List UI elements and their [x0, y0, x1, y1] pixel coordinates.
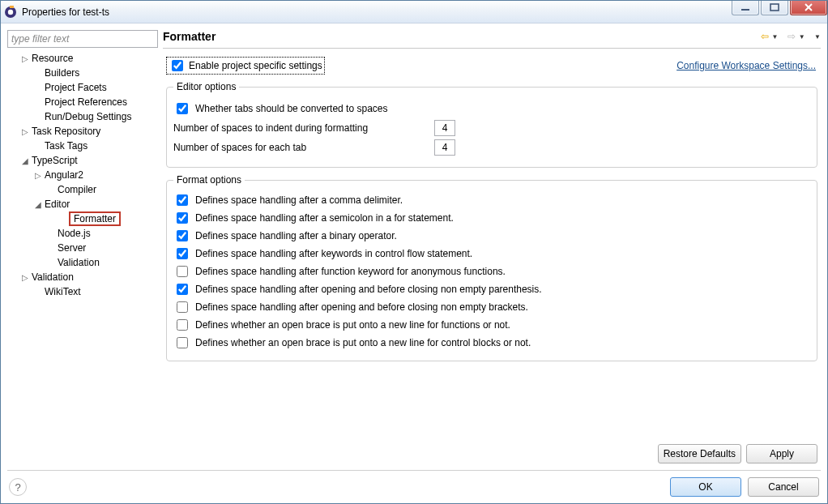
- tree-item-task-repository[interactable]: ▷Task Repository: [7, 124, 158, 139]
- tree-item-editor[interactable]: ◢Editor: [7, 197, 158, 211]
- format-options-group: Format options Defines space handling af…: [166, 174, 817, 361]
- window-buttons: [732, 0, 827, 15]
- chevron-down-icon: ◢: [20, 156, 30, 165]
- editor-options-group: Editor options Whether tabs should be co…: [166, 81, 817, 168]
- forward-icon[interactable]: ⇨: [787, 31, 796, 42]
- indent-label: Number of spaces to indent during format…: [173, 122, 425, 134]
- tab-size-input[interactable]: [434, 139, 455, 156]
- chevron-right-icon: ▷: [33, 171, 43, 180]
- tree-item-run-debug[interactable]: Run/Debug Settings: [7, 109, 158, 124]
- page-title: Formatter: [163, 30, 761, 43]
- tree-item-validation-ts[interactable]: Validation: [7, 255, 158, 270]
- close-button[interactable]: [790, 0, 827, 15]
- indent-input[interactable]: [434, 120, 455, 136]
- maximize-button[interactable]: [761, 0, 788, 15]
- format-opt-function-kw[interactable]: [177, 266, 188, 277]
- format-opt-label: Defines space handling after opening and…: [195, 301, 528, 313]
- svg-rect-2: [10, 6, 14, 8]
- format-opt-semicolon[interactable]: [177, 212, 188, 224]
- enable-label: Enable project specific settings: [189, 60, 322, 71]
- tree-item-builders[interactable]: Builders: [7, 66, 158, 80]
- restore-defaults-button[interactable]: Restore Defaults: [658, 444, 741, 463]
- ok-button[interactable]: OK: [670, 477, 741, 497]
- enable-checkbox[interactable]: [172, 60, 183, 71]
- tree-item-compiler[interactable]: Compiler: [7, 182, 158, 197]
- chevron-right-icon: ▷: [20, 54, 30, 63]
- format-opt-binary-op[interactable]: [177, 230, 188, 241]
- format-opt-brace-fn[interactable]: [177, 319, 188, 331]
- help-icon[interactable]: ?: [9, 478, 27, 496]
- app-icon: [4, 6, 17, 19]
- format-opt-label: Defines space handling after a binary op…: [195, 230, 397, 241]
- format-opt-brackets[interactable]: [177, 301, 188, 313]
- tree-item-typescript[interactable]: ◢TypeScript: [7, 153, 158, 168]
- page-menu-icon[interactable]: ▼: [814, 33, 821, 41]
- main-panel: Formatter ⇦▼ ⇨▼ ▼ Enable project specifi…: [163, 30, 821, 467]
- back-icon[interactable]: ⇦: [761, 31, 769, 42]
- window-title: Properties for test-ts: [22, 6, 109, 18]
- format-opt-label: Defines space handling after a semicolon…: [195, 212, 454, 224]
- format-opt-paren[interactable]: [177, 284, 188, 295]
- filter-input[interactable]: [7, 30, 158, 48]
- titlebar: Properties for test-ts: [1, 1, 827, 23]
- nav-panel: ▷Resource Builders Project Facets Projec…: [7, 30, 158, 467]
- minimize-button[interactable]: [732, 0, 759, 15]
- apply-button[interactable]: Apply: [746, 444, 817, 463]
- format-opt-label: Defines space handling after a comma del…: [195, 194, 403, 206]
- forward-menu-icon[interactable]: ▼: [799, 33, 805, 41]
- chevron-right-icon: ▷: [20, 127, 30, 136]
- svg-rect-4: [770, 4, 779, 11]
- tree-item-formatter[interactable]: Formatter: [7, 211, 158, 226]
- format-opt-label: Defines space handling after opening and…: [195, 284, 542, 295]
- editor-options-legend: Editor options: [173, 81, 239, 92]
- configure-workspace-link[interactable]: Configure Workspace Settings...: [676, 60, 816, 71]
- format-opt-label: Defines space handling after keywords in…: [195, 248, 472, 259]
- tree-item-resource[interactable]: ▷Resource: [7, 51, 158, 66]
- format-opt-label: Defines space handling after function ke…: [195, 266, 506, 277]
- format-opt-keywords[interactable]: [177, 248, 188, 259]
- tree-item-angular2[interactable]: ▷Angular2: [7, 168, 158, 182]
- tree-item-project-facets[interactable]: Project Facets: [7, 80, 158, 95]
- tab-size-label: Number of spaces for each tab: [173, 142, 425, 153]
- tree-item-nodejs[interactable]: Node.js: [7, 226, 158, 241]
- tree-item-server[interactable]: Server: [7, 241, 158, 255]
- svg-point-1: [8, 9, 13, 14]
- chevron-down-icon: ◢: [33, 200, 43, 209]
- tree-item-validation[interactable]: ▷Validation: [7, 270, 158, 284]
- format-opt-comma[interactable]: [177, 194, 188, 206]
- format-opt-brace-ctrl[interactable]: [177, 337, 188, 348]
- tree-item-task-tags[interactable]: Task Tags: [7, 139, 158, 153]
- svg-rect-3: [741, 9, 749, 11]
- format-opt-label: Defines whether an open brace is put ont…: [195, 337, 531, 348]
- back-menu-icon[interactable]: ▼: [772, 33, 779, 41]
- chevron-right-icon: ▷: [20, 273, 30, 282]
- cancel-button[interactable]: Cancel: [748, 477, 819, 497]
- nav-tree[interactable]: ▷Resource Builders Project Facets Projec…: [7, 51, 158, 467]
- enable-project-settings[interactable]: Enable project specific settings: [166, 57, 325, 75]
- format-opt-label: Defines whether an open brace is put ont…: [195, 319, 510, 331]
- history-nav: ⇦▼ ⇨▼ ▼: [761, 31, 821, 42]
- tree-item-project-references[interactable]: Project References: [7, 95, 158, 109]
- tree-item-wikitext[interactable]: WikiText: [7, 284, 158, 299]
- format-options-legend: Format options: [173, 174, 245, 186]
- footer: ? OK Cancel: [1, 471, 827, 503]
- convert-tabs-checkbox[interactable]: [177, 103, 188, 114]
- convert-tabs-label: Whether tabs should be converted to spac…: [195, 103, 387, 114]
